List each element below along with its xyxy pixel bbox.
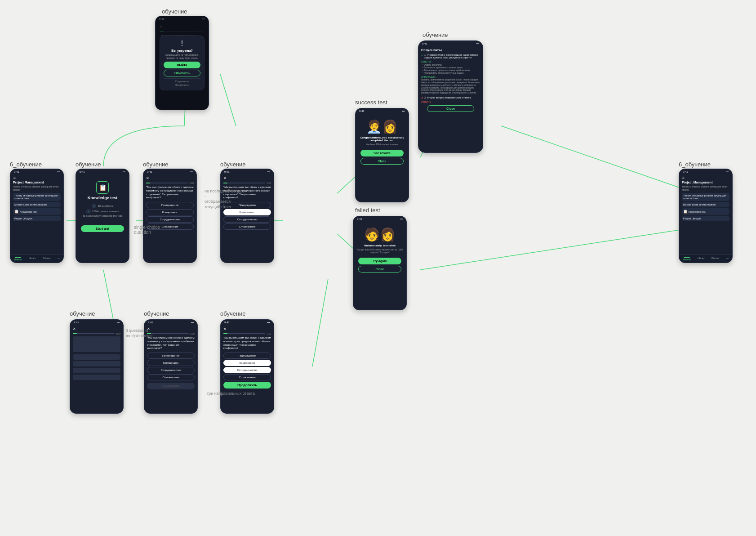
phone-frame-scs: 9:41 ▪▪▪ ✕ 1/10 "Мы выслушаем вас обоих … xyxy=(220,169,274,263)
phone-mc-empty: 9:41 ▪▪▪ ✕ 1/10 xyxy=(70,319,124,414)
dialog-box: ! Вы уверены? Если выйдете из тестирован… xyxy=(160,36,205,90)
phone-knowledge-test: 9:41 ▪▪▪ 📋 Knowledge test ✓ 10 questions… xyxy=(76,169,129,263)
label-obuchenie-results: обучение xyxy=(422,31,448,38)
phone-mc-selected: 9:41 ▪▪▪ ✕ 1/10 "Мы выслушаем вас обоих … xyxy=(220,319,274,414)
exit-button[interactable]: Выйти xyxy=(164,62,200,68)
svg-line-8 xyxy=(420,229,683,270)
phone-success: 9:41 ▪▪▪ 🧑‍💼👩 Congratulations, you succe… xyxy=(355,108,409,202)
mc-answer-1[interactable]: Принуждение xyxy=(147,353,195,359)
phone-project-mgmt-right: 9:41 ▪▪▪ ☰ Project Management Theory of … xyxy=(679,169,733,263)
label-obuchenie-mc1: обучение xyxy=(70,310,95,317)
answer-4-sel[interactable]: Сглаживание xyxy=(223,223,271,230)
label-obuchenie-scq: обучение xyxy=(143,161,169,168)
phone-results: 9:41 ▪▪▪ Результаты ✓ 1. Product owner в… xyxy=(418,40,483,153)
phone-frame-confirm: 9:41 ▪▪▪ ✕ 1/10 "Мы выслушаем вас обоих … xyxy=(155,16,209,110)
mc-sel-answer-4[interactable]: Сглаживание xyxy=(223,374,271,380)
confirm-dialog-content: ✕ 1/10 "Мы выслушаем вас обоих и сделаем… xyxy=(156,22,209,109)
phone-confirm-dialog: 9:41 ▪▪▪ ✕ 1/10 "Мы выслушаем вас обоих … xyxy=(155,16,209,110)
close-failed-button[interactable]: Close xyxy=(358,266,401,272)
try-again-button[interactable]: Try again xyxy=(358,258,401,264)
answer-2-sel[interactable]: Компромисс xyxy=(223,209,271,215)
cancel-button[interactable]: Отменить xyxy=(164,70,200,76)
mc-sel-answer-2[interactable]: Компромисс xyxy=(223,360,271,366)
mc-sel-answer-1[interactable]: Принуждение xyxy=(223,353,271,359)
label-obuchenie-scs: обучение xyxy=(220,161,246,168)
label-single-choice: single choice question xyxy=(134,225,160,235)
close-success-button[interactable]: Close xyxy=(360,158,403,165)
continue-btn-enabled[interactable]: Продолжить xyxy=(223,382,271,389)
phone-failed: 9:41 ▪▪▪ 🧑👩 Unfortunately, test failed Y… xyxy=(353,216,407,310)
label-if-multiple: if question is multiple choice xyxy=(126,328,153,339)
answer-3[interactable]: Сотрудничество xyxy=(146,216,194,223)
phone-frame-mc-selected: 9:41 ▪▪▪ ✕ 1/10 "Мы выслушаем вас обоих … xyxy=(220,319,274,414)
answer-2[interactable]: Компромисс xyxy=(146,209,194,215)
phone-frame-results: 9:41 ▪▪▪ Результаты ✓ 1. Product owner в… xyxy=(418,40,483,153)
answer-3-sel[interactable]: Сотрудничество xyxy=(223,216,271,223)
phone-frame-pm-left: 9:41 ▪▪▪ ☰ Project Management Theory of … xyxy=(10,169,64,263)
label-failed-test: failed test xyxy=(355,207,380,214)
phone-frame-pm-right: 9:41 ▪▪▪ ☰ Project Management Theory of … xyxy=(679,169,733,263)
phone-frame-mc-empty: 9:41 ▪▪▪ ✕ 1/10 xyxy=(70,319,124,414)
label-top-obuchenie: обучение xyxy=(162,8,187,15)
svg-line-7 xyxy=(501,126,683,189)
svg-line-2 xyxy=(220,74,236,126)
svg-line-12 xyxy=(312,279,328,366)
mc-answer-2[interactable]: Компромисс xyxy=(147,360,195,366)
label-obuchenie-mc2: обучение xyxy=(144,310,169,317)
canvas: обучение 9:41 ▪▪▪ ✕ 1/10 "Мы выслушаем в… xyxy=(0,0,756,536)
label-success-test: success test xyxy=(355,99,387,106)
label-obuchenie-mc3: обучение xyxy=(220,310,246,317)
label-6-obuchenie-right: 6_обучение xyxy=(679,161,711,168)
mc-answer-4[interactable]: Сглаживание xyxy=(147,374,195,380)
mc-answer-3[interactable]: Сотрудничество xyxy=(147,367,195,373)
label-ne-posled: не последний вопрос - отображается текущ… xyxy=(205,189,245,210)
close-results-button[interactable]: Close xyxy=(427,105,474,112)
continue-btn-disabled: Продолжить xyxy=(147,383,195,389)
label-obuchenie-kt: обучение xyxy=(76,161,101,168)
see-results-button[interactable]: See results xyxy=(360,150,403,156)
phone-single-choice-selected: 9:41 ▪▪▪ ✕ 1/10 "Мы выслушаем вас обоих … xyxy=(220,169,274,263)
answer-1[interactable]: Принуждение xyxy=(146,202,194,208)
phone-frame-scq: 9:41 ▪▪▪ ✕ 1/10 "Мы выслушаем вас обоих … xyxy=(143,169,197,263)
phone-frame-kt: 9:41 ▪▪▪ 📋 Knowledge test ✓ 10 questions… xyxy=(76,169,129,263)
phone-project-mgmt-left: 9:41 ▪▪▪ ☰ Project Management Theory of … xyxy=(10,169,64,263)
label-tri-neprav: три неправильных ответа xyxy=(207,391,255,396)
phone-frame-success: 9:41 ▪▪▪ 🧑‍💼👩 Congratulations, you succe… xyxy=(355,108,409,202)
label-6-obuchenie-left: 6_обучение xyxy=(10,161,42,168)
start-test-button[interactable]: Start test xyxy=(81,225,124,232)
phone-frame-failed: 9:41 ▪▪▪ 🧑👩 Unfortunately, test failed Y… xyxy=(353,216,407,310)
mc-sel-answer-3[interactable]: Сотрудничество xyxy=(223,367,271,373)
dialog-overlay: ! Вы уверены? Если выйдете из тестирован… xyxy=(156,22,209,109)
phone-single-choice-q: 9:41 ▪▪▪ ✕ 1/10 "Мы выслушаем вас обоих … xyxy=(143,169,197,263)
